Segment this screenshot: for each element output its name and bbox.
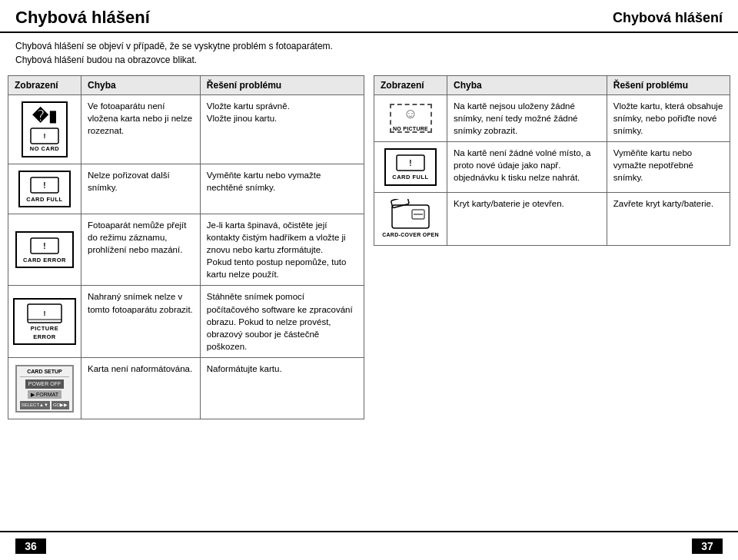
card-error-svg: ! xyxy=(29,235,60,257)
svg-text:!: ! xyxy=(44,310,46,317)
card-setup-nav: SELECT▲▼ GO▶▶ xyxy=(20,401,70,409)
card-error-label: CARD ERROR xyxy=(23,257,66,265)
card-cover-open-svg xyxy=(389,199,432,231)
card-setup-power-btn: POWER OFF xyxy=(25,379,64,389)
card-full-icon: ! CARD FULL xyxy=(18,171,70,208)
card-error-icon: ! CARD ERROR xyxy=(15,231,74,269)
picture-error-label: PICTURE ERROR xyxy=(18,325,71,341)
card-full-fault: Nelze pořizovat další snímky. xyxy=(81,164,201,214)
no-card-symbol: �▮ xyxy=(32,105,57,127)
no-card-solution: Vložte kartu správně. Vložte jinou kartu… xyxy=(200,95,364,164)
right-table-section: Zobrazení Chyba Řešení problému ☺ NO PIC… xyxy=(374,75,730,523)
no-card-display: �▮ ! NO CARD xyxy=(8,95,81,164)
page-header: Chybová hlášení Chybová hlášení xyxy=(0,0,738,33)
svg-rect-12 xyxy=(391,199,409,208)
card-error-fault: Fotoaparát nemůže přejít do režimu zázna… xyxy=(81,214,201,286)
intro-section: Chybová hlášení se objeví v případě, že … xyxy=(0,33,738,71)
card-full-right-fault: Na kartě není žádné volné místo, a proto… xyxy=(447,142,607,193)
header-title-right: Chybová hlášení xyxy=(613,10,723,26)
card-setup-go-btn: GO▶▶ xyxy=(52,401,69,409)
card-cover-open-display: CARD-COVER OPEN xyxy=(374,192,447,245)
table-row: ! CARD ERROR Fotoaparát nemůže přejít do… xyxy=(8,214,364,286)
picture-error-svg: ! xyxy=(26,302,63,325)
table-row: ! PICTURE ERROR Nahraný snímek nelze v t… xyxy=(8,286,364,357)
card-full-right-display: ! CARD FULL xyxy=(374,142,447,193)
card-full-right-label: CARD FULL xyxy=(392,174,428,182)
tables-wrapper: Zobrazení Chyba Řešení problému �▮ xyxy=(0,71,738,531)
card-full-right-svg: ! xyxy=(395,152,426,174)
card-error-solution: Je-li karta špinavá, očistěte její konta… xyxy=(200,214,364,286)
no-card-icon: �▮ ! NO CARD xyxy=(22,101,68,157)
left-col1-header: Zobrazení xyxy=(8,76,81,95)
no-card-label: NO CARD xyxy=(30,145,60,154)
left-error-table: Zobrazení Chyba Řešení problému �▮ xyxy=(8,75,364,419)
card-full-solution: Vyměňte kartu nebo vymažte nechtěné sním… xyxy=(200,164,364,214)
right-error-table: Zobrazení Chyba Řešení problému ☺ NO PIC… xyxy=(374,75,730,246)
header-title-left: Chybová hlášení xyxy=(15,8,150,28)
svg-text:!: ! xyxy=(44,132,46,140)
card-setup-format-btn: ▶ FORMAT xyxy=(28,390,62,399)
card-setup-fault: Karta není naformátována. xyxy=(81,357,201,419)
card-setup-display: CARD SETUP POWER OFF ▶ FORMAT SELECT▲▼ G… xyxy=(8,357,81,419)
no-picture-label: NO PICTURE xyxy=(393,125,428,133)
card-setup-top-label: CARD SETUP xyxy=(20,368,70,377)
svg-text:!: ! xyxy=(409,159,411,167)
page-footer: 36 37 xyxy=(0,531,738,560)
no-card-svg: ! xyxy=(29,127,60,145)
card-cover-open-fault: Kryt karty/baterie je otevřen. xyxy=(447,192,607,245)
page-number-left: 36 xyxy=(15,538,46,554)
table-row: �▮ ! NO CARD Ve fotoaparátu není vložena… xyxy=(8,95,364,164)
no-picture-icon: ☺ NO PICTURE xyxy=(387,104,434,133)
card-full-svg: ! xyxy=(29,174,60,196)
card-setup-solution: Naformátujte kartu. xyxy=(200,357,364,419)
no-picture-display: ☺ NO PICTURE xyxy=(374,95,447,142)
no-picture-symbol: ☺ xyxy=(404,104,418,124)
right-col2-header: Chyba xyxy=(447,76,607,95)
left-table-section: Zobrazení Chyba Řešení problému �▮ xyxy=(8,75,364,523)
picture-error-icon: ! PICTURE ERROR xyxy=(13,298,76,345)
card-full-display: ! CARD FULL xyxy=(8,164,81,214)
card-full-right-icon: ! CARD FULL xyxy=(384,148,436,186)
card-full-right-solution: Vyměňte kartu nebo vymažte nepotřebné sn… xyxy=(607,142,730,193)
picture-error-fault: Nahraný snímek nelze v tomto fotoaparátu… xyxy=(81,286,201,357)
no-picture-solution: Vložte kartu, která obsahuje snímky, neb… xyxy=(607,95,730,142)
page-number-right: 37 xyxy=(692,538,723,554)
table-row: ! CARD FULL Nelze pořizovat další snímky… xyxy=(8,164,364,214)
table-row: ☺ NO PICTURE Na kartě nejsou uloženy žád… xyxy=(374,95,730,142)
intro-line-1: Chybová hlášení se objeví v případě, že … xyxy=(15,39,723,53)
card-full-label: CARD FULL xyxy=(26,196,62,204)
table-row: CARD-COVER OPEN Kryt karty/baterie je ot… xyxy=(374,192,730,245)
card-error-display: ! CARD ERROR xyxy=(8,214,81,286)
no-picture-fault: Na kartě nejsou uloženy žádné snímky, ne… xyxy=(447,95,607,142)
right-col3-header: Řešení problému xyxy=(607,76,730,95)
card-cover-open-icon: CARD-COVER OPEN xyxy=(382,199,439,239)
no-card-fault: Ve fotoaparátu není vložena karta nebo j… xyxy=(81,95,201,164)
table-row: CARD SETUP POWER OFF ▶ FORMAT SELECT▲▼ G… xyxy=(8,357,364,419)
page: Chybová hlášení Chybová hlášení Chybová … xyxy=(0,0,738,560)
svg-text:!: ! xyxy=(43,181,45,190)
card-cover-open-label: CARD-COVER OPEN xyxy=(382,231,439,239)
left-col3-header: Řešení problému xyxy=(200,76,364,95)
card-cover-open-solution: Zavřete kryt karty/baterie. xyxy=(607,192,730,245)
card-setup-icon: CARD SETUP POWER OFF ▶ FORMAT SELECT▲▼ G… xyxy=(15,365,75,413)
picture-error-display: ! PICTURE ERROR xyxy=(8,286,81,357)
right-col1-header: Zobrazení xyxy=(374,76,447,95)
picture-error-solution: Stáhněte snímek pomocí počítačového soft… xyxy=(200,286,364,357)
card-setup-select-btn: SELECT▲▼ xyxy=(20,401,50,409)
table-row: ! CARD FULL Na kartě není žádné volné mí… xyxy=(374,142,730,193)
left-col2-header: Chyba xyxy=(81,76,201,95)
svg-rect-11 xyxy=(392,205,429,228)
no-picture-dashed-box: ☺ NO PICTURE xyxy=(390,104,432,133)
svg-text:!: ! xyxy=(43,242,45,250)
intro-line-2: Chybová hlášení budou na obrazovce blika… xyxy=(15,53,723,67)
